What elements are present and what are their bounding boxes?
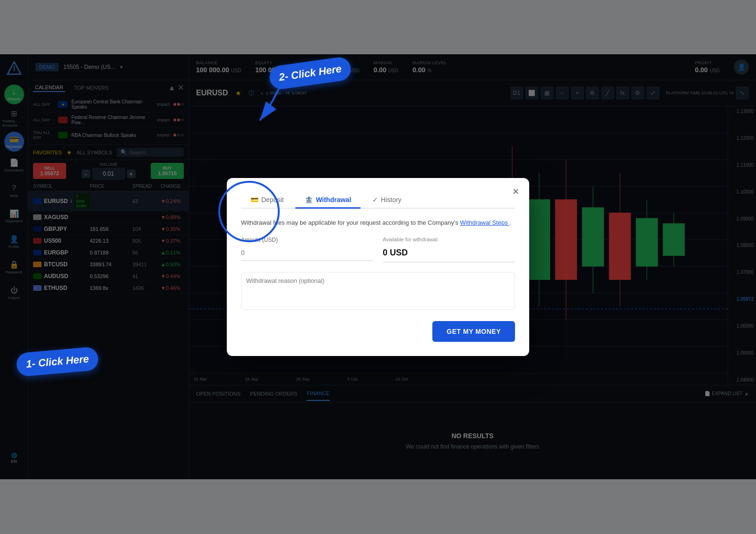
annotation-1: 1- Click Here	[17, 350, 98, 373]
withdrawal-info: Withdrawal fees may be applicable for yo…	[241, 218, 515, 228]
annotation-2: 2- Click Here	[269, 61, 351, 85]
modal-overlay[interactable]: ✕ 💳 Deposit 🏦 Withdrawal ✓ History Withd…	[0, 0, 756, 534]
amount-field: Amount (USD)	[241, 237, 373, 263]
available-field: Available for withdrawal: 0 USD	[383, 237, 515, 263]
form-row: Amount (USD) Available for withdrawal: 0…	[241, 237, 515, 263]
withdrawal-tab-icon: 🏦	[305, 196, 313, 203]
amount-input[interactable]	[241, 245, 373, 261]
tab-withdrawal[interactable]: 🏦 Withdrawal	[295, 192, 361, 209]
submit-button[interactable]: GET MY MONEY	[432, 321, 515, 342]
tab-deposit[interactable]: 💳 Deposit	[241, 192, 293, 209]
click-here-1: 1- Click Here	[16, 347, 99, 377]
withdrawal-reason-input[interactable]	[241, 272, 515, 310]
withdrawal-modal: ✕ 💳 Deposit 🏦 Withdrawal ✓ History Withd…	[227, 178, 529, 356]
modal-tabs: 💳 Deposit 🏦 Withdrawal ✓ History	[241, 192, 515, 209]
tab-history[interactable]: ✓ History	[363, 192, 411, 209]
modal-close-button[interactable]: ✕	[509, 185, 522, 198]
deposit-tab-icon: 💳	[250, 196, 258, 203]
history-tab-icon: ✓	[372, 196, 378, 203]
withdrawal-steps-link[interactable]: Withdrawal Steps	[460, 219, 510, 226]
available-value: 0 USD	[383, 244, 515, 263]
